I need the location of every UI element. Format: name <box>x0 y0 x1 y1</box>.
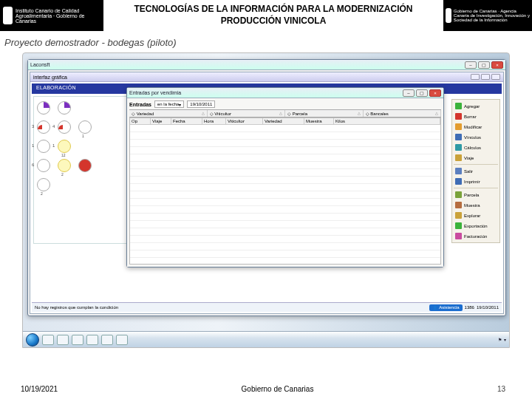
outer-titlebar[interactable]: Laconsft – ▢ × <box>28 60 505 70</box>
grid-col-muestra[interactable]: Muestra <box>304 118 334 124</box>
taskbar-app-3[interactable] <box>72 335 83 345</box>
table-row[interactable] <box>130 184 440 191</box>
table-row[interactable] <box>130 206 440 214</box>
slide-title-line1: TECNOLOGÍAS DE LA INFORMACIÓN PARA LA MO… <box>103 4 443 16</box>
table-row[interactable] <box>130 140 440 147</box>
tank-circle[interactable]: 4 <box>58 120 71 134</box>
toolbar-borrar[interactable]: Borrar <box>454 112 498 121</box>
tray-network-icon[interactable]: ▾ <box>504 337 506 342</box>
doc-minimize-button[interactable] <box>471 74 480 80</box>
grid-col-op[interactable]: Op <box>130 118 151 124</box>
tank-circle[interactable]: 2 <box>37 178 50 191</box>
tank-circle[interactable] <box>37 101 50 115</box>
taskbar-app-6[interactable] <box>116 335 128 345</box>
filter-col-variedad[interactable]: ◇ Variedad△ <box>129 110 208 117</box>
grid-col-variedad[interactable]: Variedad <box>263 118 304 124</box>
entry-maximize-button[interactable]: ▢ <box>416 89 428 97</box>
table-row[interactable] <box>130 221 440 228</box>
table-row[interactable] <box>130 125 440 132</box>
grid-col-viticultor[interactable]: Viticultor <box>226 118 263 124</box>
outer-title: Laconsft <box>30 62 50 67</box>
table-row[interactable] <box>130 177 440 184</box>
taskbar-app-explorer[interactable] <box>42 335 54 345</box>
agregar-icon <box>455 103 462 109</box>
grid-col-hora[interactable]: Hora <box>202 118 226 124</box>
logo-right: Gobierno de Canarias · Agencia Canaria d… <box>443 0 532 31</box>
toolbar-label: Cálculos <box>464 146 481 150</box>
table-row[interactable] <box>130 162 440 169</box>
tank-circle[interactable] <box>58 101 71 115</box>
tank-circle[interactable] <box>78 159 92 172</box>
table-row[interactable] <box>130 214 440 221</box>
logo-left: Instituto Canario de Calidad Agroaliment… <box>0 0 103 31</box>
data-grid[interactable]: OpViajeFechaHoraViticultorVariedadMuestr… <box>129 117 441 265</box>
tank-circle[interactable]: 2 <box>58 159 71 172</box>
table-row[interactable] <box>130 199 440 206</box>
entry-titlebar[interactable]: Entradas por vendimia – ▢ × <box>127 88 443 98</box>
toolbar-label: Borrar <box>464 115 477 119</box>
muestra-icon <box>455 202 462 208</box>
modificar-icon <box>455 123 462 130</box>
taskbar-app-5[interactable] <box>101 335 113 345</box>
filter-col-viticultor[interactable]: ◇ Viticultor△ <box>208 110 286 117</box>
vínculos-icon <box>455 134 462 140</box>
table-row[interactable] <box>130 147 440 154</box>
toolbar-facturación[interactable]: Facturación <box>454 231 498 241</box>
assist-button[interactable]: 👤 Asistencia <box>429 304 462 311</box>
table-row[interactable] <box>130 236 440 243</box>
filter-row: Entradas en la fecha ▾ 19/10/2011 <box>129 100 441 108</box>
tank-circle[interactable]: 1 <box>37 140 50 153</box>
taskbar-app-4[interactable] <box>86 335 98 345</box>
tray-flag-icon[interactable]: ⚑ <box>498 337 502 342</box>
borrar-icon <box>455 113 462 120</box>
tank-circle[interactable]: 6 <box>37 159 50 172</box>
toolbar-modificar[interactable]: Modificar <box>454 122 498 132</box>
toolbar-imprimir[interactable]: Imprimir <box>454 177 498 186</box>
grid-col-fecha[interactable]: Fecha <box>171 118 202 124</box>
table-row[interactable] <box>130 243 440 250</box>
toolbar-muestra[interactable]: Muestra <box>454 200 498 210</box>
close-button[interactable]: × <box>491 61 503 69</box>
toolbar-exportación[interactable]: Exportación <box>454 221 498 231</box>
filter-col-bancales[interactable]: ◇ Bancales△ <box>364 110 442 117</box>
maximize-button[interactable]: ▢ <box>478 61 490 69</box>
toolbar-cálculos[interactable]: Cálculos <box>454 143 498 152</box>
date-value-input[interactable]: 19/10/2011 <box>187 100 215 108</box>
doc-maximize-button[interactable] <box>481 74 490 80</box>
tank-circle[interactable]: 3 <box>37 120 50 134</box>
table-row[interactable] <box>130 250 440 258</box>
toolbar-vínculos[interactable]: Vínculos <box>454 132 498 142</box>
table-row[interactable] <box>130 228 440 236</box>
entry-minimize-button[interactable]: – <box>403 89 415 97</box>
minimize-button[interactable]: – <box>465 61 477 69</box>
doc-close-button[interactable] <box>491 74 500 80</box>
toolbar-label: Viaje <box>464 156 474 160</box>
slide-footer: 10/19/2021 Gobierno de Canarias 13 <box>0 385 532 393</box>
tank-panel: 3411112622 <box>33 96 128 244</box>
logo-left-text: Instituto Canario de Calidad Agroaliment… <box>16 8 100 24</box>
viaje-icon <box>455 154 462 161</box>
toolbar-explorar[interactable]: Explorar <box>454 211 498 220</box>
date-mode-select[interactable]: en la fecha ▾ <box>154 100 184 108</box>
grid-col-kilos[interactable]: Kilos <box>334 118 440 124</box>
imprimir-icon <box>455 178 462 185</box>
toolbar-salir[interactable]: Salir <box>454 166 498 176</box>
doc-titlebar[interactable]: interfaz gráfica <box>30 72 503 82</box>
toolbar-viaje[interactable]: Viaje <box>454 153 498 163</box>
start-button[interactable] <box>26 333 39 347</box>
system-tray[interactable]: ⚑ ▾ <box>498 337 506 342</box>
table-row[interactable] <box>130 191 440 199</box>
table-row[interactable] <box>130 154 440 162</box>
entry-close-button[interactable]: × <box>429 89 441 97</box>
explorar-icon <box>455 212 462 219</box>
toolbar-label: Modificar <box>464 125 482 129</box>
filter-col-parcela[interactable]: ◇ Parcela△ <box>285 110 364 117</box>
toolbar-agregar[interactable]: Agregar <box>454 101 498 111</box>
tank-circle[interactable]: 1 <box>78 120 92 134</box>
grid-col-viaje[interactable]: Viaje <box>151 118 171 124</box>
table-row[interactable] <box>130 132 440 140</box>
toolbar-parcela[interactable]: Parcela <box>454 190 498 200</box>
tank-circle[interactable]: 112 <box>58 140 71 153</box>
taskbar-app-2[interactable] <box>57 335 69 345</box>
table-row[interactable] <box>130 169 440 177</box>
